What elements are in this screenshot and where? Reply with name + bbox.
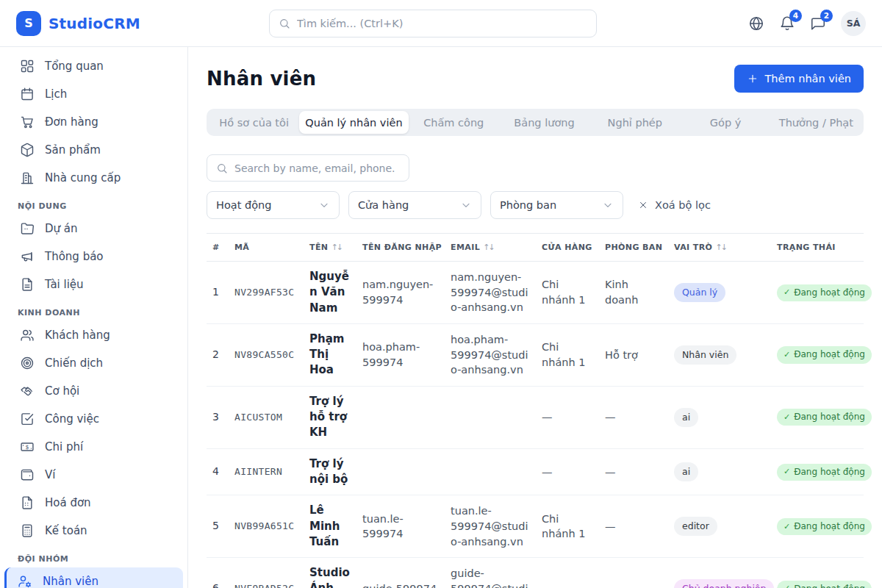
cell-role: ai: [668, 448, 771, 495]
role-badge: editor: [674, 517, 717, 536]
tab-bang-luong[interactable]: Bảng lương: [499, 111, 589, 134]
logo-icon: S: [16, 11, 41, 36]
sidebar-item-co-hoi[interactable]: Cơ hội: [4, 377, 183, 405]
status-badge: ✓Đang hoạt động: [777, 409, 872, 426]
tab-nghi-phep[interactable]: Nghỉ phép: [589, 111, 680, 134]
column-header-: #: [207, 234, 229, 262]
cell-name: Nguyễn Văn Nam: [304, 262, 356, 324]
table-row[interactable]: 5NVB99A651CLê Minh Tuấntuan.le-599974tua…: [207, 495, 864, 558]
sidebar-item-label: Chiến dịch: [45, 356, 103, 370]
main-content: Nhân viên Thêm nhân viên Hồ sơ của tôiQu…: [188, 47, 882, 588]
sidebar-item-label: Hoá đơn: [45, 496, 91, 509]
cell-status: ✓Đang hoạt động: [771, 386, 864, 448]
sidebar-item-san-pham[interactable]: Sản phẩm: [4, 136, 183, 164]
column-header-email[interactable]: EMAIL ↑↓: [445, 234, 536, 262]
sidebar-item-tai-lieu[interactable]: Tài liệu: [4, 270, 183, 298]
avatar[interactable]: SÁ: [841, 11, 866, 36]
sidebar-item-chi-phi[interactable]: $Chi phí: [4, 433, 183, 461]
page-title: Nhân viên: [207, 68, 316, 90]
sidebar-item-hoa-on[interactable]: Hoá đơn: [4, 489, 183, 517]
notification-count-badge: 4: [789, 10, 802, 22]
sort-icon: ↑↓: [331, 243, 342, 252]
sidebar-item-label: Tổng quan: [45, 60, 104, 73]
sidebar-item-thong-bao[interactable]: Thông báo: [4, 243, 183, 270]
sidebar-item-tong-quan[interactable]: Tổng quan: [4, 52, 183, 80]
employee-table: #MÃTÊN ↑↓TÊN ĐĂNG NHẬPEMAIL ↑↓CỬA HÀNGPH…: [207, 233, 864, 588]
sort-icon: ↑↓: [716, 243, 726, 252]
cell-name: Lê Minh Tuấn: [304, 495, 356, 558]
sidebar-item-cong-viec[interactable]: Công việc: [4, 405, 183, 433]
sidebar-item-label: Thông báo: [45, 250, 104, 263]
clear-filters-button[interactable]: Xoá bộ lọc: [638, 199, 711, 211]
cell-role: editor: [668, 495, 771, 558]
cell-email: tuan.le-599974@studio-anhsang.vn: [445, 495, 536, 558]
cell-department: —: [599, 448, 668, 495]
messages-button[interactable]: 2: [810, 15, 826, 32]
cell-status: ✓Đang hoạt động: [771, 323, 864, 386]
global-search-input[interactable]: [297, 18, 587, 29]
app-logo[interactable]: S StudioCRM: [16, 11, 188, 36]
cell-username: [356, 386, 445, 448]
employee-search-input[interactable]: [234, 162, 400, 174]
filter-dropdown-cua-hang[interactable]: Cửa hàng: [348, 191, 481, 219]
column-header-cua-hang: CỬA HÀNG: [536, 234, 599, 262]
role-badge: ai: [674, 462, 698, 481]
sidebar-item-chien-dich[interactable]: Chiến dịch: [4, 349, 183, 377]
table-row[interactable]: 1NV299AF53CNguyễn Văn Namnam.nguyen-5999…: [207, 262, 864, 324]
cell-email: [445, 386, 536, 448]
cell-department: Hỗ trợ: [599, 323, 668, 386]
sidebar-item-khach-hang[interactable]: Khách hàng: [4, 321, 183, 349]
tab-ho-so-cua-toi[interactable]: Hồ sơ của tôi: [209, 111, 299, 134]
package-icon: [20, 143, 35, 157]
cell-store: Chi nhánh 1: [536, 262, 599, 324]
table-row[interactable]: 6NVF9BAD52CStudio Ánh Sángguide-599974gu…: [207, 558, 864, 588]
filter-dropdown-hoat-ong[interactable]: Hoạt động: [207, 191, 340, 219]
sidebar-section-label: KINH DOANH: [0, 298, 187, 321]
tab-gop-y[interactable]: Góp ý: [680, 111, 770, 134]
search-icon: [279, 18, 290, 29]
sidebar-item-du-an[interactable]: Dự án: [4, 215, 183, 243]
notifications-button[interactable]: 4: [779, 15, 795, 32]
column-header-vai-tro[interactable]: VAI TRÒ ↑↓: [668, 234, 771, 262]
add-employee-button[interactable]: Thêm nhân viên: [734, 65, 864, 93]
table-row[interactable]: 4AIINTERNTrợ lý nội bộ——ai✓Đang hoạt độn…: [207, 448, 864, 495]
table-body: 1NV299AF53CNguyễn Văn Namnam.nguyen-5999…: [207, 262, 864, 588]
role-badge: Quản lý: [674, 283, 725, 302]
role-badge: Nhân viên: [674, 345, 736, 365]
sidebar-item-ke-toan[interactable]: Kế toán: [4, 517, 183, 545]
global-search[interactable]: [269, 10, 597, 37]
status-badge: ✓Đang hoạt động: [777, 581, 872, 588]
sidebar-item-nha-cung-cap[interactable]: Nhà cung cấp: [4, 164, 183, 192]
column-header-ma: MÃ: [229, 234, 304, 262]
sidebar: Tổng quanLịchĐơn hàngSản phẩmNhà cung cấ…: [0, 47, 188, 588]
add-employee-label: Thêm nhân viên: [765, 73, 852, 85]
cell-code: AIINTERN: [229, 448, 304, 495]
cell-name: Phạm Thị Hoa: [304, 323, 356, 386]
sidebar-item-on-hang[interactable]: Đơn hàng: [4, 108, 183, 136]
sidebar-item-lich[interactable]: Lịch: [4, 80, 183, 108]
sidebar-item-label: Nhà cung cấp: [45, 171, 121, 184]
check-icon: ✓: [784, 583, 790, 588]
cell-store: —: [536, 558, 599, 588]
filter-dropdown-phong-ban[interactable]: Phòng ban: [490, 191, 623, 219]
cell-status: ✓Đang hoạt động: [771, 448, 864, 495]
calculator-icon: [20, 523, 35, 538]
tab-thuong-phat[interactable]: Thưởng / Phạt: [771, 111, 861, 134]
table-row[interactable]: 3AICUSTOMTrợ lý hỗ trợ KH——ai✓Đang hoạt …: [207, 386, 864, 448]
status-badge: ✓Đang hoạt động: [777, 346, 872, 363]
employee-search[interactable]: [207, 154, 409, 182]
cell-store: Chi nhánh 1: [536, 495, 599, 558]
sidebar-item-vi[interactable]: Ví: [4, 461, 183, 489]
cell-username: guide-599974: [356, 558, 445, 588]
sidebar-item-nhan-vien[interactable]: Nhân viên: [4, 567, 183, 588]
column-header-ten[interactable]: TÊN ↑↓: [304, 234, 356, 262]
table-row[interactable]: 2NV89CA550CPhạm Thị Hoahoa.pham-599974ho…: [207, 323, 864, 386]
language-button[interactable]: [748, 15, 764, 32]
tab-cham-cong[interactable]: Chấm công: [409, 111, 499, 134]
folder-icon: [20, 221, 35, 236]
globe-icon: [748, 15, 764, 32]
tab-quan-ly-nhan-vien[interactable]: Quản lý nhân viên: [299, 111, 408, 134]
cell-num: 2: [207, 323, 229, 386]
sidebar-section-label: ĐỘI NHÓM: [0, 545, 187, 567]
sidebar-item-label: Khách hàng: [45, 329, 110, 342]
